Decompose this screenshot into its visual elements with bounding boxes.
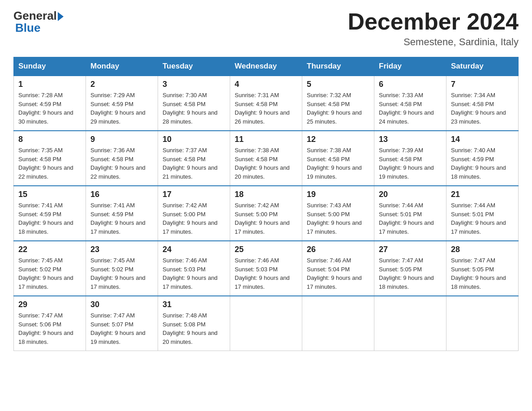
day-number: 27 <box>379 245 442 254</box>
day-number: 24 <box>163 245 225 254</box>
day-of-week-header: Tuesday <box>158 57 230 76</box>
calendar-day-cell: 17 Sunrise: 7:42 AMSunset: 5:00 PMDaylig… <box>158 186 230 241</box>
calendar-day-cell: 26 Sunrise: 7:46 AMSunset: 5:04 PMDaylig… <box>302 241 374 296</box>
calendar-day-cell: 14 Sunrise: 7:40 AMSunset: 4:59 PMDaylig… <box>446 131 519 186</box>
day-number: 28 <box>451 245 514 254</box>
day-info: Sunrise: 7:47 AMSunset: 5:07 PMDaylight:… <box>90 312 146 345</box>
day-number: 18 <box>235 190 297 199</box>
day-number: 20 <box>379 190 442 199</box>
day-info: Sunrise: 7:47 AMSunset: 5:06 PMDaylight:… <box>18 312 73 345</box>
day-number: 19 <box>307 190 369 199</box>
day-info: Sunrise: 7:36 AMSunset: 4:58 PMDaylight:… <box>90 147 146 180</box>
day-info: Sunrise: 7:48 AMSunset: 5:08 PMDaylight:… <box>163 312 218 345</box>
calendar-day-cell <box>302 296 374 351</box>
calendar-day-cell: 22 Sunrise: 7:45 AMSunset: 5:02 PMDaylig… <box>14 241 86 296</box>
day-info: Sunrise: 7:28 AMSunset: 4:59 PMDaylight:… <box>18 92 73 125</box>
calendar-day-cell: 31 Sunrise: 7:48 AMSunset: 5:08 PMDaylig… <box>158 296 230 351</box>
calendar-day-cell: 18 Sunrise: 7:42 AMSunset: 5:00 PMDaylig… <box>230 186 302 241</box>
day-number: 29 <box>18 300 81 309</box>
day-number: 21 <box>451 190 514 199</box>
day-info: Sunrise: 7:42 AMSunset: 5:00 PMDaylight:… <box>163 202 218 235</box>
day-number: 7 <box>451 80 514 89</box>
calendar-day-cell: 8 Sunrise: 7:35 AMSunset: 4:58 PMDayligh… <box>14 131 86 186</box>
day-of-week-header: Sunday <box>14 57 86 76</box>
calendar-week-row: 22 Sunrise: 7:45 AMSunset: 5:02 PMDaylig… <box>14 241 519 296</box>
page-header: General Blue December 2024 Semestene, Sa… <box>13 9 519 48</box>
day-number: 30 <box>90 300 153 309</box>
calendar-day-cell <box>374 296 446 351</box>
calendar-day-cell: 2 Sunrise: 7:29 AMSunset: 4:59 PMDayligh… <box>86 76 158 131</box>
calendar-day-cell: 4 Sunrise: 7:31 AMSunset: 4:58 PMDayligh… <box>230 76 302 131</box>
calendar-day-cell: 30 Sunrise: 7:47 AMSunset: 5:07 PMDaylig… <box>86 296 158 351</box>
calendar-day-cell: 12 Sunrise: 7:38 AMSunset: 4:58 PMDaylig… <box>302 131 374 186</box>
calendar-day-cell: 15 Sunrise: 7:41 AMSunset: 4:59 PMDaylig… <box>14 186 86 241</box>
day-number: 2 <box>90 80 153 89</box>
calendar-day-cell: 1 Sunrise: 7:28 AMSunset: 4:59 PMDayligh… <box>14 76 86 131</box>
day-number: 1 <box>18 80 81 89</box>
day-info: Sunrise: 7:46 AMSunset: 5:03 PMDaylight:… <box>235 257 290 290</box>
day-number: 5 <box>307 80 369 89</box>
title-area: December 2024 Semestene, Sardinia, Italy <box>348 9 519 48</box>
day-number: 15 <box>18 190 81 199</box>
calendar-header-row: SundayMondayTuesdayWednesdayThursdayFrid… <box>14 57 519 76</box>
day-number: 25 <box>235 245 297 254</box>
day-number: 10 <box>163 135 225 144</box>
day-number: 8 <box>18 135 81 144</box>
day-info: Sunrise: 7:44 AMSunset: 5:01 PMDaylight:… <box>379 202 434 235</box>
day-info: Sunrise: 7:42 AMSunset: 5:00 PMDaylight:… <box>235 202 290 235</box>
day-number: 31 <box>163 300 225 309</box>
logo: General Blue <box>13 9 64 35</box>
logo-blue-text: Blue <box>15 21 64 35</box>
calendar-day-cell: 24 Sunrise: 7:46 AMSunset: 5:03 PMDaylig… <box>158 241 230 296</box>
calendar-week-row: 1 Sunrise: 7:28 AMSunset: 4:59 PMDayligh… <box>14 76 519 131</box>
day-of-week-header: Monday <box>86 57 158 76</box>
calendar-week-row: 8 Sunrise: 7:35 AMSunset: 4:58 PMDayligh… <box>14 131 519 186</box>
day-info: Sunrise: 7:43 AMSunset: 5:00 PMDaylight:… <box>307 202 362 235</box>
day-number: 4 <box>235 80 297 89</box>
calendar-table: SundayMondayTuesdayWednesdayThursdayFrid… <box>13 57 519 351</box>
day-number: 12 <box>307 135 369 144</box>
day-info: Sunrise: 7:37 AMSunset: 4:58 PMDaylight:… <box>163 147 218 180</box>
day-info: Sunrise: 7:38 AMSunset: 4:58 PMDaylight:… <box>235 147 290 180</box>
calendar-day-cell: 5 Sunrise: 7:32 AMSunset: 4:58 PMDayligh… <box>302 76 374 131</box>
day-info: Sunrise: 7:32 AMSunset: 4:58 PMDaylight:… <box>307 92 362 125</box>
calendar-day-cell: 3 Sunrise: 7:30 AMSunset: 4:58 PMDayligh… <box>158 76 230 131</box>
calendar-day-cell: 29 Sunrise: 7:47 AMSunset: 5:06 PMDaylig… <box>14 296 86 351</box>
day-info: Sunrise: 7:31 AMSunset: 4:58 PMDaylight:… <box>235 92 290 125</box>
calendar-day-cell: 19 Sunrise: 7:43 AMSunset: 5:00 PMDaylig… <box>302 186 374 241</box>
calendar-day-cell: 21 Sunrise: 7:44 AMSunset: 5:01 PMDaylig… <box>446 186 519 241</box>
day-number: 23 <box>90 245 153 254</box>
day-info: Sunrise: 7:39 AMSunset: 4:58 PMDaylight:… <box>379 147 434 180</box>
day-info: Sunrise: 7:46 AMSunset: 5:04 PMDaylight:… <box>307 257 362 290</box>
day-number: 16 <box>90 190 153 199</box>
calendar-day-cell: 16 Sunrise: 7:41 AMSunset: 4:59 PMDaylig… <box>86 186 158 241</box>
day-number: 3 <box>163 80 225 89</box>
day-info: Sunrise: 7:44 AMSunset: 5:01 PMDaylight:… <box>451 202 506 235</box>
day-info: Sunrise: 7:34 AMSunset: 4:58 PMDaylight:… <box>451 92 506 125</box>
day-info: Sunrise: 7:47 AMSunset: 5:05 PMDaylight:… <box>451 257 506 290</box>
day-info: Sunrise: 7:38 AMSunset: 4:58 PMDaylight:… <box>307 147 362 180</box>
day-of-week-header: Saturday <box>446 57 519 76</box>
calendar-day-cell: 20 Sunrise: 7:44 AMSunset: 5:01 PMDaylig… <box>374 186 446 241</box>
day-info: Sunrise: 7:46 AMSunset: 5:03 PMDaylight:… <box>163 257 218 290</box>
calendar-week-row: 15 Sunrise: 7:41 AMSunset: 4:59 PMDaylig… <box>14 186 519 241</box>
day-info: Sunrise: 7:40 AMSunset: 4:59 PMDaylight:… <box>451 147 506 180</box>
calendar-day-cell: 23 Sunrise: 7:45 AMSunset: 5:02 PMDaylig… <box>86 241 158 296</box>
day-info: Sunrise: 7:41 AMSunset: 4:59 PMDaylight:… <box>90 202 146 235</box>
calendar-day-cell: 13 Sunrise: 7:39 AMSunset: 4:58 PMDaylig… <box>374 131 446 186</box>
location-subtitle: Semestene, Sardinia, Italy <box>348 36 519 48</box>
day-info: Sunrise: 7:47 AMSunset: 5:05 PMDaylight:… <box>379 257 434 290</box>
day-info: Sunrise: 7:29 AMSunset: 4:59 PMDaylight:… <box>90 92 146 125</box>
day-info: Sunrise: 7:30 AMSunset: 4:58 PMDaylight:… <box>163 92 218 125</box>
calendar-day-cell: 11 Sunrise: 7:38 AMSunset: 4:58 PMDaylig… <box>230 131 302 186</box>
day-number: 17 <box>163 190 225 199</box>
day-info: Sunrise: 7:41 AMSunset: 4:59 PMDaylight:… <box>18 202 73 235</box>
calendar-week-row: 29 Sunrise: 7:47 AMSunset: 5:06 PMDaylig… <box>14 296 519 351</box>
calendar-day-cell: 28 Sunrise: 7:47 AMSunset: 5:05 PMDaylig… <box>446 241 519 296</box>
day-info: Sunrise: 7:33 AMSunset: 4:58 PMDaylight:… <box>379 92 434 125</box>
calendar-day-cell <box>446 296 519 351</box>
day-number: 9 <box>90 135 153 144</box>
calendar-day-cell: 7 Sunrise: 7:34 AMSunset: 4:58 PMDayligh… <box>446 76 519 131</box>
calendar-day-cell <box>230 296 302 351</box>
day-of-week-header: Wednesday <box>230 57 302 76</box>
